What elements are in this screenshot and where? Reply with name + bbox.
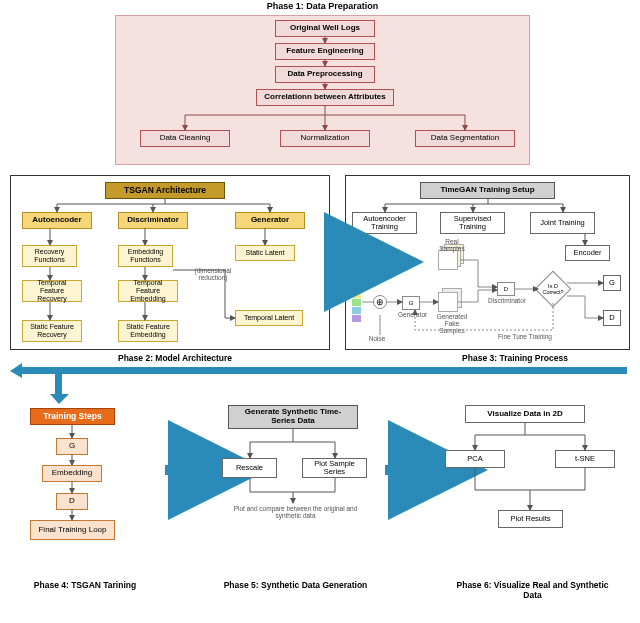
- svg-rect-35: [55, 374, 62, 394]
- p2-tfr: Temporal Feature Recovery: [22, 280, 82, 302]
- p3-main: TimeGAN Training Setup: [420, 182, 555, 199]
- mini-g-label: Generator: [398, 311, 426, 318]
- p1-seg: Data Segmentation: [415, 130, 515, 147]
- p3-encoder: Encoder: [565, 245, 610, 261]
- phase6-title: Phase 6: Visualize Real and Synthetic Da…: [450, 580, 615, 600]
- p4-d: D: [56, 493, 88, 510]
- p1-orig: Original Well Logs: [275, 20, 375, 37]
- noise-label: Noise: [362, 335, 392, 342]
- mini-d: D: [497, 282, 515, 296]
- p3-g: G: [603, 275, 621, 291]
- fake-label: Generated Fake Samples: [432, 313, 472, 334]
- p2-sfr: Static Feature Recovery: [22, 320, 82, 342]
- latent-stack: [352, 275, 361, 323]
- p3-sup: Supervised Training: [440, 212, 505, 234]
- p1-corr: Correlationn between Attributes: [256, 89, 394, 106]
- mini-g: G: [402, 296, 420, 310]
- p3-joint: Joint Training: [530, 212, 595, 234]
- real-label: Real Samples: [432, 238, 472, 252]
- phase3-title: Phase 3: Training Process: [430, 353, 600, 363]
- finetune-label: Fine Tune Training: [490, 333, 560, 340]
- p2-generator: Generator: [235, 212, 305, 229]
- p6-main: Visualize Data in 2D: [465, 405, 585, 423]
- p3-ae: Autoencoder Training: [352, 212, 417, 234]
- phase4-title: Phase 4: TSGAN Tarining: [20, 580, 150, 590]
- p2-tfe: Temporal Feature Embedding: [118, 280, 178, 302]
- p1-prep: Data Preprocessing: [275, 66, 375, 83]
- p4-final: Final Training Loop: [30, 520, 115, 540]
- p5-main: Generate Synthetic Time-Series Data: [228, 405, 358, 429]
- p6-results: Plot Results: [498, 510, 563, 528]
- p3-d: D: [603, 310, 621, 326]
- p2-autoencoder: Autoencoder: [22, 212, 92, 229]
- phase2-title: Phase 2: Model Architecture: [90, 353, 260, 363]
- svg-rect-33: [22, 367, 627, 374]
- p2-embedding: Embedding Functions: [118, 245, 173, 267]
- p2-recovery: Recovery Functions: [22, 245, 77, 267]
- p5-note: Plot and compare between the original an…: [228, 505, 363, 519]
- p4-main: Training Steps: [30, 408, 115, 425]
- p1-feat: Feature Engineering: [275, 43, 375, 60]
- phase5-title: Phase 5: Synthetic Data Generation: [218, 580, 373, 590]
- p6-pca: PCA: [445, 450, 505, 468]
- p2-sfe: Static Feature Embedding: [118, 320, 178, 342]
- plus-node: ⊕: [373, 295, 387, 309]
- p4-g: G: [56, 438, 88, 455]
- p2-dimred: (dimensional reduction): [183, 267, 243, 281]
- svg-marker-34: [10, 363, 22, 378]
- mini-d-label: Discriminator: [488, 297, 526, 304]
- p2-tl: Temporal Latent: [235, 310, 303, 326]
- p2-main: TSGAN Architecture: [105, 182, 225, 199]
- p4-emb: Embedding: [42, 465, 102, 482]
- p2-discriminator: Discriminator: [118, 212, 188, 229]
- svg-marker-36: [50, 394, 69, 404]
- p1-norm: Normalization: [280, 130, 370, 147]
- p6-tsne: t-SNE: [555, 450, 615, 468]
- p2-static-latent: Static Latent: [235, 245, 295, 261]
- diamond-label: Is D Correct?: [540, 283, 566, 295]
- phase3-panel: [345, 175, 630, 350]
- p5-rescale: Rescale: [222, 458, 277, 478]
- p1-clean: Data Cleaning: [140, 130, 230, 147]
- p5-plot: Plot Sample Series: [302, 458, 367, 478]
- phase1-title: Phase 1: Data Preparation: [115, 1, 530, 11]
- latent-label: Latent Space: [346, 263, 376, 277]
